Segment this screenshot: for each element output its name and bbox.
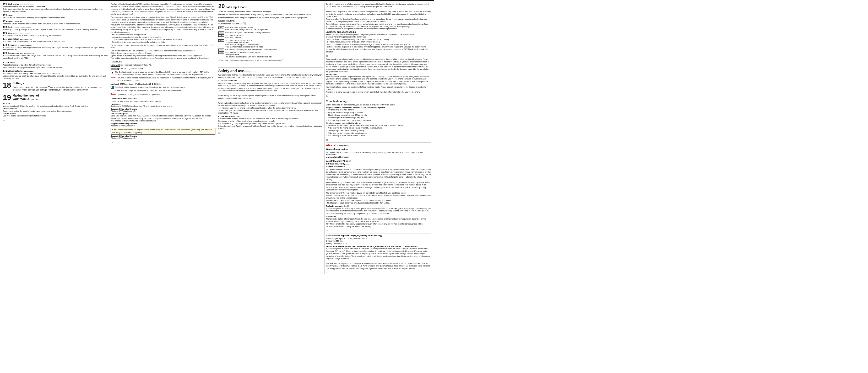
general-info-body: TCT Mobile EMEA Limited and its affiliat… xyxy=(326,151,431,159)
section-17-2-title: Calculator ..................... xyxy=(8,3,34,5)
warranty-exclusions: The limited warranty for your wireless d… xyxy=(326,192,431,204)
s17-4-body: Accessing Sound recorder from the main m… xyxy=(3,23,108,25)
s17-5-title: Tasks ............................... xyxy=(8,26,31,28)
s17-3-body: You can create a note in text format by … xyxy=(3,17,108,19)
privacy-note-body: Please note that you must respect the la… xyxy=(326,75,431,85)
troubleshooting-title: Troubleshooting............. xyxy=(326,100,431,103)
column-3: 20 Latin input mode ...... There are two… xyxy=(217,3,325,274)
microsd-logo: microSD xyxy=(111,68,119,70)
keypad-switch-text: Switch between ABC/abc/Abs Fn xyxy=(218,23,246,25)
s17-3-title: Notes ............................ xyxy=(8,14,29,17)
safety-header: Safety and use............... xyxy=(218,69,323,73)
page-num-24: 24 xyxy=(326,95,431,97)
key-row-del: ⌫ Press: Delete one by onePress hold: De… xyxy=(218,34,323,39)
opera-logo: Opera xyxy=(111,93,116,95)
key-row-sym: sym Press: Confirm the selection (on Hom… xyxy=(218,51,323,58)
page-num-19: 19 xyxy=(3,119,108,121)
trouble-a1-4: Try selecting the available network(s) m… xyxy=(326,117,431,119)
section-17-7: 17.7 World clock .......................… xyxy=(3,37,108,42)
page-num-20: 20 xyxy=(111,141,215,143)
s17-9-num: 17.9 xyxy=(3,52,8,54)
section-17-10: 17.10 Torch ............................… xyxy=(3,61,108,69)
multimedia-title: • Multimedia Personalization xyxy=(111,97,215,100)
characteristics-section: Characteristics of power supply (dependi… xyxy=(326,233,431,270)
traffic-safety-title: • TRAFFIC SAFETY: xyxy=(218,80,323,82)
section-17-11: 17.11 Zakat calculator................. … xyxy=(3,69,108,80)
latin-cootek-method: CooTek mode: this mode can perform predi… xyxy=(218,17,323,19)
s17-10-title: Torch ............................... xyxy=(9,61,32,64)
section-19-header: 19 Making the most ofyour mobile .......… xyxy=(3,94,108,102)
trouble-item-1: My phone cannot connect to a network or … xyxy=(326,107,431,121)
safety-num: Safety and use............... xyxy=(218,69,259,73)
s17-11-title: Zakat calculator................. xyxy=(9,70,34,72)
s17-6-title: Alarm ............................... xyxy=(8,32,31,34)
key-row-fn: Fn Press once: Input a top-half characte… xyxy=(218,27,323,31)
trademark-obigo: Obigo® is a registered trademark of Obig… xyxy=(111,64,215,67)
alcatel-header: Alcatel is a registered xyxy=(326,144,431,147)
safety-section: Safety and use............... We recomme… xyxy=(218,67,323,130)
disclaimer-body: There may be certain differences between… xyxy=(326,218,431,228)
s17-4-title: Sound recorder.................. xyxy=(8,20,32,23)
s17-7-body: The World clock shows current local time… xyxy=(3,40,108,42)
trouble-q2: My phone cannot connect to the Internet xyxy=(326,122,431,124)
s17-10-body: Access the feature by selecting Torch fr… xyxy=(3,64,108,69)
warranty-section: Alcatel Mobile PhonesLimited Warranty...… xyxy=(326,160,431,204)
bluetooth-text: The Bluetooth word mark and logos are ow… xyxy=(115,71,215,76)
section-19-title-block: Making the most ofyour mobile ..........… xyxy=(12,94,40,102)
keypad-inputting-title: Keypad inputting: xyxy=(218,20,323,22)
s17-6-num: 17.6 xyxy=(3,32,8,34)
safety-continued-body: Switch the mobile phone off when you are… xyxy=(326,3,431,30)
page-num-22: 22 xyxy=(218,132,323,134)
obigo-text: is a registered trademark of Obigo AB. xyxy=(121,64,152,66)
section-19-container: 19 Making the most ofyour mobile .......… xyxy=(3,94,108,117)
java-text: Java and all Java™ based trademarks and … xyxy=(117,77,215,82)
multimedia-section: • Multimedia Personalization Customize y… xyxy=(111,97,215,139)
general-info-title: General information xyxy=(326,148,431,150)
s17-11-body: Access the feature by selecting Zakat ca… xyxy=(3,72,108,80)
who-text: The World Health Organization (WHO) cons… xyxy=(111,3,215,15)
page-num-25: 25 xyxy=(326,139,431,141)
s17-6-body: Your mobile phone has a built-in alarm c… xyxy=(3,34,108,37)
trademark-microsd: microSD microSD Logo is a trademark. xyxy=(111,67,215,70)
fn-desc: Press once: Input a top-half characterPr… xyxy=(225,27,268,31)
upgrade-warning-box: ⚠ All personal information will be perma… xyxy=(111,128,215,135)
trademark-java: Java™ Java and all Java™ based trademark… xyxy=(111,77,215,82)
java-logo: Java™ xyxy=(111,77,116,79)
trouble-a1-3: Check with your operator that your SIM c… xyxy=(326,114,431,116)
facebook-text: Facebook and the f logo are trademarks o… xyxy=(115,86,186,88)
trademarks-section: • LICENCES Obigo® is a registered tradem… xyxy=(111,61,215,96)
epileptic-section: Some people may suffer epileptic seizure… xyxy=(326,58,431,93)
arrows-desc: Hold down Fn key, then press Space key t… xyxy=(225,49,277,51)
twitter-text: Twitter and the T Logo are trademarks of… xyxy=(115,89,182,92)
main-page: 17.2 Calculator ..................... Ac… xyxy=(0,0,434,276)
is-registered-text: is a registered xyxy=(337,145,348,147)
fcc-text: This equipment has been tested and found… xyxy=(111,16,215,43)
messages-body: Send/receive SMS/MMS easily on your PC a… xyxy=(111,105,215,107)
s17-3-num: 17.3 xyxy=(3,14,8,17)
upgrade-warning-text: All personal information will be permane… xyxy=(112,129,212,133)
page-num-27: 27 xyxy=(326,272,431,274)
page-num-21: 21 xyxy=(218,63,323,65)
twitter-logo: t xyxy=(111,89,114,92)
alcatel-logo: Alcatel xyxy=(326,144,337,147)
s17-11-num: 17.11 xyxy=(3,69,9,72)
arrows-key: ↑↓ xyxy=(218,49,224,51)
multimedia-body: Customize your mobile with images, anima… xyxy=(111,100,215,103)
trouble-q1: My phone cannot connect to a network or … xyxy=(326,107,431,109)
battery-body: Before removing the battery from your mo… xyxy=(326,33,431,53)
s17-8-num: 17.8 xyxy=(3,44,8,46)
s17-8-body: You can use the Weight and Length conver… xyxy=(3,46,108,51)
receiver-note: For the receiver devices associated with… xyxy=(111,44,215,49)
s17-5-num: 17.5 xyxy=(3,26,8,28)
fn-key: Fn xyxy=(218,27,224,29)
section-19-num: 19 xyxy=(3,94,11,101)
section-17-8: 17.8 Converter .........................… xyxy=(3,44,108,51)
microsd-text: microSD Logo is a trademark. xyxy=(120,67,144,69)
del-desc: Press: Delete one by onePress hold: Dele… xyxy=(225,34,244,39)
traffic-safety-body: Given that studies show that using a mob… xyxy=(218,82,323,114)
supported-os-title-2: Supported Operating Systems xyxy=(111,123,215,124)
section-17-4: 17.4 Sound recorder.................. Ac… xyxy=(3,20,108,25)
obigo-logo: Obigo® xyxy=(111,64,120,67)
s17-5-body: Enables you to easily manage and track t… xyxy=(3,28,108,31)
section-18-container: 18 Settings ............. From the main … xyxy=(3,82,108,91)
